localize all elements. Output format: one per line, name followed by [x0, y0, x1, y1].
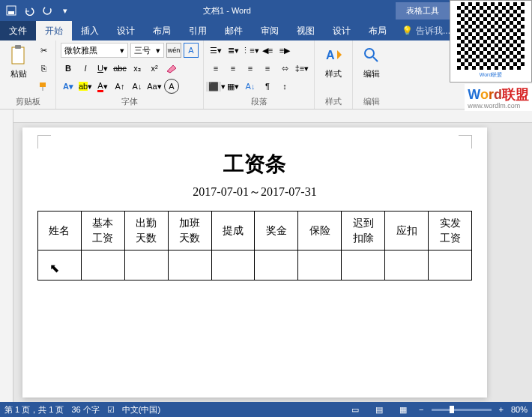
status-words[interactable]: 36 个字: [71, 404, 99, 416]
th[interactable]: 奖金: [255, 212, 298, 250]
italic-button[interactable]: I: [78, 61, 93, 76]
grow-font-button[interactable]: A↑: [112, 79, 127, 94]
align-left-button[interactable]: ≡: [208, 61, 223, 76]
page[interactable]: 工资条 2017-07-01～2017-07-31 姓名 基本工资 出勤天数 加…: [22, 128, 487, 398]
format-painter-button[interactable]: [36, 79, 51, 94]
tab-insert[interactable]: 插入: [72, 21, 108, 40]
copy-button[interactable]: ⎘: [36, 61, 51, 76]
undo-button[interactable]: [21, 2, 37, 19]
th[interactable]: 基本工资: [81, 212, 124, 250]
th[interactable]: 保险: [298, 212, 342, 250]
show-marks-button[interactable]: ¶: [260, 79, 275, 94]
line-spacing-button[interactable]: ‡≡▾: [294, 61, 309, 76]
zoom-level[interactable]: 80%: [511, 405, 528, 414]
shrink-font-button[interactable]: A↓: [130, 79, 145, 94]
td[interactable]: [81, 250, 124, 280]
th[interactable]: 迟到扣除: [342, 212, 385, 250]
align-right-button[interactable]: ≡: [243, 61, 258, 76]
th[interactable]: 出勤天数: [124, 212, 168, 250]
table-header-row[interactable]: 姓名 基本工资 出勤天数 加班天数 提成 奖金 保险 迟到扣除 应扣 实发工资: [38, 212, 472, 250]
styles-button[interactable]: A 样式: [319, 43, 348, 81]
td[interactable]: [168, 250, 211, 280]
tab-file[interactable]: 文件: [0, 21, 36, 40]
td[interactable]: [211, 250, 255, 280]
th[interactable]: 加班天数: [168, 212, 211, 250]
zoom-slider[interactable]: [432, 409, 492, 411]
spellcheck-icon[interactable]: ☑: [107, 405, 115, 415]
td[interactable]: [298, 250, 342, 280]
distribute-button[interactable]: ⬄: [277, 61, 292, 76]
change-case-button[interactable]: Aa▾: [147, 79, 162, 94]
tab-mailings[interactable]: 邮件: [216, 21, 252, 40]
cut-button[interactable]: ✂: [36, 43, 51, 58]
th[interactable]: 姓名: [38, 212, 82, 250]
enclose-char-button[interactable]: A: [164, 79, 179, 94]
increase-indent-button[interactable]: ≡▶: [277, 43, 292, 58]
shading-button[interactable]: ⬛▾: [208, 79, 223, 94]
status-lang[interactable]: 中文(中国): [122, 404, 160, 416]
zoom-thumb[interactable]: [450, 406, 454, 413]
snap-grid-button[interactable]: ↕: [277, 79, 292, 94]
sort-button[interactable]: A↓: [243, 79, 258, 94]
web-layout-button[interactable]: ▦: [395, 404, 411, 416]
tab-view[interactable]: 视图: [288, 21, 324, 40]
underline-button[interactable]: U▾: [95, 61, 110, 76]
td[interactable]: [342, 250, 385, 280]
multilevel-button[interactable]: ⋮≡▾: [243, 43, 258, 58]
td[interactable]: [124, 250, 168, 280]
doc-subtitle[interactable]: 2017-07-01～2017-07-31: [37, 184, 472, 200]
tab-design[interactable]: 设计: [108, 21, 144, 40]
paste-button[interactable]: 粘贴: [4, 43, 33, 81]
text-effects-button[interactable]: A▾: [61, 79, 76, 94]
tell-me[interactable]: 💡 告诉我...: [396, 21, 456, 40]
strike-button[interactable]: abc: [112, 61, 127, 76]
justify-button[interactable]: ≡: [260, 61, 275, 76]
read-mode-button[interactable]: ▭: [347, 404, 363, 416]
doc-title[interactable]: 工资条: [37, 150, 472, 178]
font-label: 字体: [61, 94, 199, 107]
th[interactable]: 提成: [211, 212, 255, 250]
borders-button[interactable]: ▦▾: [226, 79, 241, 94]
document-area[interactable]: 工资条 2017-07-01～2017-07-31 姓名 基本工资 出勤天数 加…: [0, 110, 532, 402]
tab-layout[interactable]: 布局: [144, 21, 180, 40]
ruler-vertical[interactable]: [0, 110, 13, 402]
styles-icon: A: [322, 44, 345, 67]
tab-table-design[interactable]: 设计: [324, 21, 360, 40]
th[interactable]: 实发工资: [429, 212, 472, 250]
tab-references[interactable]: 引用: [180, 21, 216, 40]
save-button[interactable]: [3, 2, 19, 19]
superscript-button[interactable]: x²: [147, 61, 162, 76]
salary-table[interactable]: 姓名 基本工资 出勤天数 加班天数 提成 奖金 保险 迟到扣除 应扣 实发工资: [37, 211, 472, 280]
highlight-button[interactable]: ab▾: [78, 79, 93, 94]
tab-home[interactable]: 开始: [36, 21, 72, 40]
clear-format-button[interactable]: [164, 61, 179, 76]
font-size-combo[interactable]: 三号▾: [130, 43, 164, 58]
td[interactable]: [255, 250, 298, 280]
tab-review[interactable]: 审阅: [252, 21, 288, 40]
table-row[interactable]: [38, 250, 472, 280]
tab-table-layout[interactable]: 布局: [360, 21, 396, 40]
redo-button[interactable]: [39, 2, 55, 19]
phonetic-guide-button[interactable]: wén: [166, 43, 181, 58]
td[interactable]: [385, 250, 429, 280]
font-color-button[interactable]: A▾: [95, 79, 110, 94]
td[interactable]: [38, 250, 82, 280]
bullets-button[interactable]: ☰▾: [208, 43, 223, 58]
ruler-horizontal[interactable]: [13, 110, 532, 123]
zoom-out-button[interactable]: −: [419, 405, 423, 414]
th[interactable]: 应扣: [385, 212, 429, 250]
editing-button[interactable]: 编辑: [357, 43, 386, 81]
subscript-button[interactable]: x₂: [130, 61, 145, 76]
zoom-in-button[interactable]: +: [499, 405, 504, 414]
font-name-combo[interactable]: 微软雅黑▾: [61, 43, 128, 58]
styles-label-btn: 样式: [325, 68, 342, 80]
char-border-button[interactable]: A: [184, 43, 199, 58]
print-layout-button[interactable]: ▤: [371, 404, 387, 416]
qat-dropdown[interactable]: ▾: [57, 2, 73, 19]
td[interactable]: [429, 250, 472, 280]
align-center-button[interactable]: ≡: [226, 61, 241, 76]
decrease-indent-button[interactable]: ◀≡: [260, 43, 275, 58]
numbering-button[interactable]: ≣▾: [226, 43, 241, 58]
status-page[interactable]: 第 1 页，共 1 页: [4, 404, 64, 416]
bold-button[interactable]: B: [61, 61, 76, 76]
